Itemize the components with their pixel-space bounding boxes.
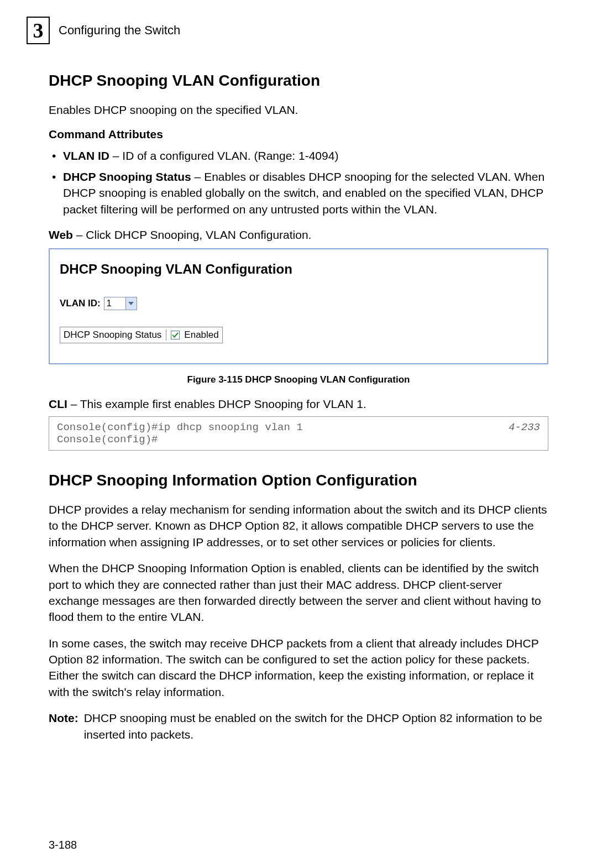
snooping-status-label: DHCP Snooping Status	[64, 330, 166, 341]
page-header: 3 Configuring the Switch	[27, 17, 548, 44]
note-label: Note:	[49, 710, 78, 742]
list-item: DHCP Snooping Status – Enables or disabl…	[49, 169, 548, 217]
page-number: 3-188	[49, 839, 77, 851]
para1: DHCP provides a relay mechanism for send…	[49, 501, 548, 550]
web-instruction: Web – Click DHCP Snooping, VLAN Configur…	[49, 228, 548, 242]
chapter-number-box: 3	[27, 17, 50, 44]
section-heading-vlan: DHCP Snooping VLAN Configuration	[49, 72, 548, 90]
bullet-text: – ID of a configured VLAN. (Range: 1-409…	[109, 149, 338, 162]
attributes-list: VLAN ID – ID of a configured VLAN. (Rang…	[49, 148, 548, 217]
code-block: Console(config)#ip dhcp snooping vlan 1 …	[49, 416, 548, 451]
figure-caption: Figure 3-115 DHCP Snooping VLAN Configur…	[49, 374, 548, 385]
bullet-label: VLAN ID	[63, 149, 109, 162]
para3: In some cases, the switch may receive DH…	[49, 635, 548, 700]
command-attributes-heading: Command Attributes	[49, 128, 548, 141]
note-text: DHCP snooping must be enabled on the swi…	[84, 710, 548, 742]
code-reference: 4-233	[509, 421, 540, 446]
chevron-down-icon	[125, 297, 137, 310]
vlan-id-row: VLAN ID: 1	[60, 297, 537, 310]
vlan-id-label: VLAN ID:	[60, 298, 101, 309]
status-table: DHCP Snooping Status Enabled	[60, 327, 223, 343]
ui-screenshot-figure: DHCP Snooping VLAN Configuration VLAN ID…	[49, 248, 548, 364]
cli-label: CLI	[49, 398, 67, 410]
web-label: Web	[49, 228, 73, 241]
web-text: – Click DHCP Snooping, VLAN Configuratio…	[73, 228, 312, 241]
cli-instruction: CLI – This example first enables DHCP Sn…	[49, 398, 548, 411]
chapter-title: Configuring the Switch	[59, 23, 180, 38]
cli-text: – This example first enables DHCP Snoopi…	[67, 398, 366, 410]
code-commands: Console(config)#ip dhcp snooping vlan 1 …	[57, 421, 303, 446]
note-row: Note: DHCP snooping must be enabled on t…	[49, 710, 548, 742]
list-item: VLAN ID – ID of a configured VLAN. (Rang…	[49, 148, 548, 164]
enabled-checkbox[interactable]	[171, 331, 180, 339]
section-heading-option: DHCP Snooping Information Option Configu…	[49, 472, 548, 489]
vlan-id-value: 1	[104, 299, 125, 308]
intro-text: Enables DHCP snooping on the specified V…	[49, 102, 548, 118]
bullet-label: DHCP Snooping Status	[63, 170, 191, 183]
screenshot-title: DHCP Snooping VLAN Configuration	[60, 262, 537, 277]
chapter-number: 3	[33, 18, 44, 43]
enabled-text: Enabled	[184, 330, 218, 341]
para2: When the DHCP Snooping Information Optio…	[49, 560, 548, 625]
vlan-id-dropdown[interactable]: 1	[104, 297, 137, 310]
